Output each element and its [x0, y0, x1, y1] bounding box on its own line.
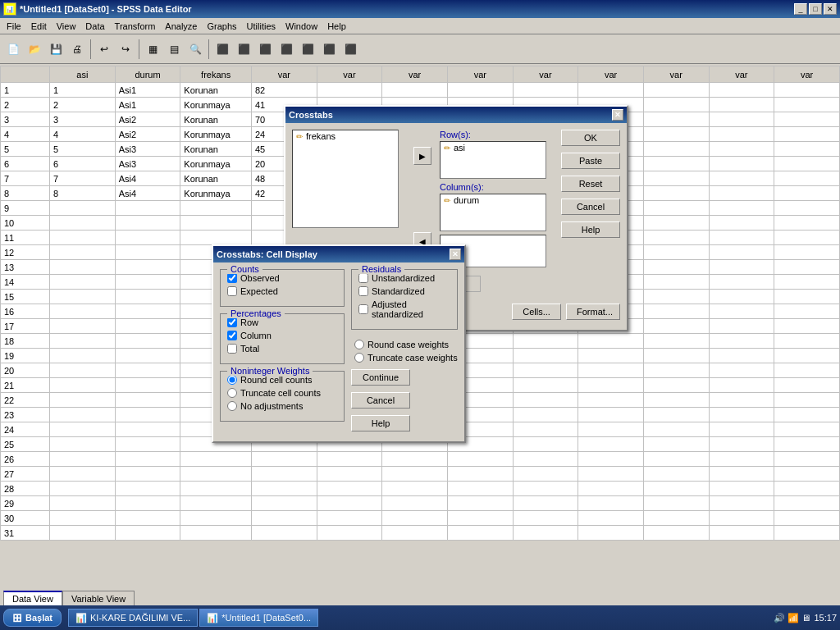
menu-view[interactable]: View	[52, 20, 81, 33]
cell[interactable]	[180, 526, 252, 541]
cell[interactable]: 3	[50, 112, 116, 127]
cell[interactable]	[774, 112, 840, 127]
cell[interactable]	[115, 201, 180, 216]
cell[interactable]	[643, 260, 709, 275]
cell[interactable]	[774, 319, 840, 334]
total-checkbox[interactable]	[227, 344, 237, 354]
cell[interactable]	[774, 304, 840, 319]
cell[interactable]: 82	[251, 83, 317, 98]
cell[interactable]	[115, 467, 180, 482]
format-button[interactable]: Format...	[566, 304, 620, 320]
cell[interactable]	[643, 171, 709, 186]
cell[interactable]: Korunmaya	[180, 127, 252, 142]
cell[interactable]	[774, 467, 840, 482]
cell[interactable]	[513, 482, 578, 496]
cell[interactable]	[774, 171, 840, 186]
expected-checkbox[interactable]	[227, 286, 237, 296]
cell[interactable]	[382, 526, 448, 541]
save-button[interactable]: 💾	[46, 39, 66, 59]
cell[interactable]: Asi1	[115, 83, 180, 98]
cell[interactable]	[774, 437, 840, 452]
maximize-button[interactable]: □	[809, 3, 822, 15]
cell[interactable]	[774, 245, 840, 260]
cell[interactable]	[180, 467, 252, 482]
cell[interactable]	[447, 526, 513, 541]
cell[interactable]	[50, 201, 116, 216]
cell[interactable]	[115, 260, 180, 275]
menu-utilities[interactable]: Utilities	[242, 20, 281, 33]
cell[interactable]	[115, 422, 180, 437]
cell[interactable]	[115, 526, 180, 541]
cell[interactable]: Korunmaya	[180, 157, 252, 171]
cell[interactable]	[50, 422, 116, 437]
start-button[interactable]: ⊞ Başlat	[3, 609, 62, 627]
cell[interactable]: Korunmaya	[180, 186, 252, 201]
select-cases-button[interactable]: ⬛	[298, 39, 317, 59]
columns-listbox[interactable]: ✏ durum	[440, 194, 546, 231]
cell[interactable]	[774, 157, 840, 171]
cell[interactable]	[643, 511, 709, 526]
cell[interactable]	[709, 275, 774, 290]
cell[interactable]	[447, 452, 513, 467]
cell[interactable]	[513, 526, 578, 541]
cell[interactable]	[50, 260, 116, 275]
cell[interactable]	[578, 393, 644, 408]
continue-button[interactable]: Continue	[351, 369, 410, 386]
cell[interactable]	[774, 482, 840, 496]
cell[interactable]	[115, 319, 180, 334]
menu-help[interactable]: Help	[322, 20, 351, 33]
no-adjust-radio[interactable]	[227, 401, 237, 411]
cell[interactable]	[774, 142, 840, 157]
cell[interactable]	[317, 482, 382, 496]
cell[interactable]	[709, 83, 774, 98]
cell[interactable]	[578, 511, 644, 526]
cell[interactable]: 6	[50, 157, 116, 171]
cell[interactable]	[50, 511, 116, 526]
cell[interactable]	[251, 526, 317, 541]
cell[interactable]: 1	[50, 83, 116, 98]
cell[interactable]	[774, 201, 840, 216]
cell[interactable]	[50, 496, 116, 511]
cell[interactable]	[251, 496, 317, 511]
cell[interactable]	[774, 275, 840, 290]
cell[interactable]	[317, 452, 382, 467]
cell[interactable]	[578, 526, 644, 541]
cell[interactable]	[180, 231, 252, 245]
cell[interactable]	[643, 526, 709, 541]
cell[interactable]	[774, 216, 840, 231]
cell[interactable]	[251, 482, 317, 496]
unstandardized-checkbox[interactable]	[358, 273, 368, 283]
cell[interactable]: 4	[50, 127, 116, 142]
cell-cancel-button[interactable]: Cancel	[351, 392, 410, 409]
cell[interactable]	[643, 349, 709, 363]
columns-item-durum[interactable]: ✏ durum	[441, 194, 546, 206]
cell[interactable]	[317, 467, 382, 482]
insert-var-button[interactable]: ⬛	[234, 39, 253, 59]
cell[interactable]	[513, 511, 578, 526]
round-cell-radio[interactable]	[227, 375, 237, 385]
cell[interactable]	[643, 201, 709, 216]
menu-graphs[interactable]: Graphs	[202, 20, 241, 33]
cell[interactable]	[643, 319, 709, 334]
cell[interactable]	[709, 231, 774, 245]
tab-variable-view[interactable]: Variable View	[62, 591, 135, 605]
cell[interactable]	[774, 422, 840, 437]
cell[interactable]: 8	[50, 186, 116, 201]
cell[interactable]	[578, 349, 644, 363]
cell[interactable]	[447, 467, 513, 482]
cell[interactable]	[513, 452, 578, 467]
cell[interactable]	[709, 496, 774, 511]
cell[interactable]: Asi4	[115, 186, 180, 201]
cell[interactable]	[643, 186, 709, 201]
taskbar-item-spss[interactable]: 📊 *Untitled1 [DataSet0...	[199, 609, 318, 627]
cell[interactable]	[251, 511, 317, 526]
cell[interactable]	[115, 290, 180, 304]
cell[interactable]	[513, 83, 578, 98]
cell[interactable]	[50, 482, 116, 496]
cell[interactable]	[251, 452, 317, 467]
taskbar-item-kikare[interactable]: 📊 KI-KARE DAĞILIMI VE...	[68, 609, 198, 627]
cell[interactable]	[709, 378, 774, 393]
cell[interactable]	[709, 201, 774, 216]
frekans-item[interactable]: ✏ frekans	[293, 130, 398, 142]
cell-display-close-button[interactable]: ✕	[450, 249, 461, 260]
